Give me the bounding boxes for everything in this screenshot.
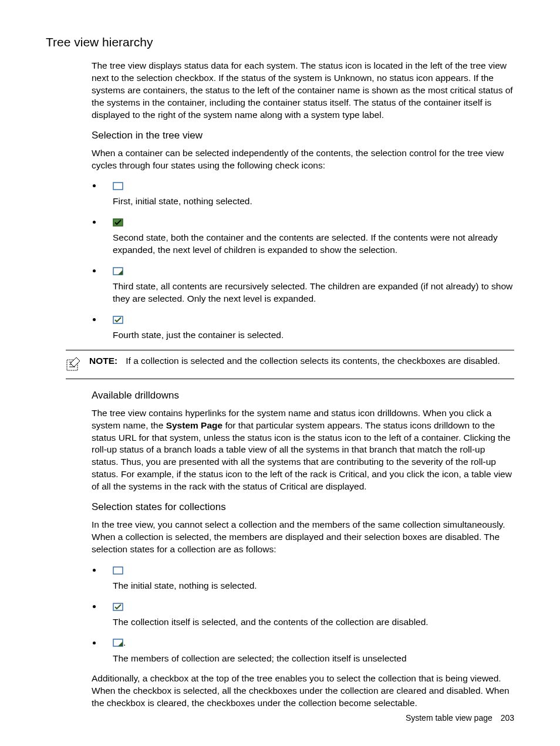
collection-states-list: The initial state, nothing is selected. … bbox=[92, 564, 514, 665]
note-label: NOTE: bbox=[89, 356, 117, 366]
checkbox-empty-icon bbox=[113, 180, 514, 192]
footer-label: System table view page bbox=[406, 713, 492, 723]
note-block: NOTE:If a collection is selected and the… bbox=[66, 350, 514, 379]
checkbox-check-icon bbox=[113, 313, 514, 326]
drilldowns-paragraph: The tree view contains hyperlinks for th… bbox=[92, 407, 514, 493]
drill-c: for that particular system appears. The … bbox=[92, 420, 512, 492]
svg-rect-5 bbox=[113, 567, 123, 574]
selection-states-list: First, initial state, nothing selected. … bbox=[92, 180, 514, 341]
collection-tail: Additionally, a checkbox at the top of t… bbox=[92, 673, 514, 710]
checkbox-corner-icon: . bbox=[113, 637, 514, 649]
state-desc: Second state, both the container and the… bbox=[113, 232, 514, 256]
state-desc: The initial state, nothing is selected. bbox=[113, 580, 514, 592]
note-icon bbox=[66, 356, 81, 374]
subhead-collection-states: Selection states for collections bbox=[92, 501, 514, 513]
checkbox-check-icon bbox=[113, 600, 514, 613]
state-desc: The collection itself is selected, and t… bbox=[113, 616, 514, 629]
collection-lead: In the tree view, you cannot select a co… bbox=[92, 519, 514, 556]
intro-paragraph: The tree view displays status data for e… bbox=[92, 60, 514, 121]
list-item: Third state, all contents are recursivel… bbox=[102, 265, 514, 305]
checkbox-empty-icon bbox=[113, 564, 514, 576]
footer-page-number: 203 bbox=[501, 713, 514, 723]
note-text: NOTE:If a collection is selected and the… bbox=[89, 355, 500, 367]
selection-lead: When a container can be selected indepen… bbox=[92, 147, 514, 172]
page-title: Tree view hierarchy bbox=[46, 35, 514, 49]
subhead-selection-tree: Selection in the tree view bbox=[92, 130, 514, 141]
checkbox-corner-icon bbox=[113, 265, 514, 277]
list-item: The collection itself is selected, and t… bbox=[102, 600, 514, 629]
list-item: The initial state, nothing is selected. bbox=[102, 564, 514, 592]
state-desc: First, initial state, nothing selected. bbox=[113, 195, 514, 208]
svg-rect-0 bbox=[113, 183, 123, 190]
list-item: First, initial state, nothing selected. bbox=[102, 180, 514, 208]
system-page-term: System Page bbox=[166, 420, 223, 430]
note-body: If a collection is selected and the coll… bbox=[126, 356, 500, 366]
state-desc: The members of collection are selected; … bbox=[113, 653, 514, 665]
state-desc: Fourth state, just the container is sele… bbox=[113, 329, 514, 342]
page-footer: System table view page 203 bbox=[406, 713, 514, 723]
list-item: Fourth state, just the container is sele… bbox=[102, 313, 514, 342]
list-item: . The members of collection are selected… bbox=[102, 637, 514, 665]
state-desc: Third state, all contents are recursivel… bbox=[113, 281, 514, 305]
list-item: Second state, both the container and the… bbox=[102, 216, 514, 256]
period: . bbox=[123, 637, 126, 647]
checkbox-filled-check-icon bbox=[113, 216, 514, 228]
subhead-drilldowns: Available drilldowns bbox=[92, 390, 514, 401]
